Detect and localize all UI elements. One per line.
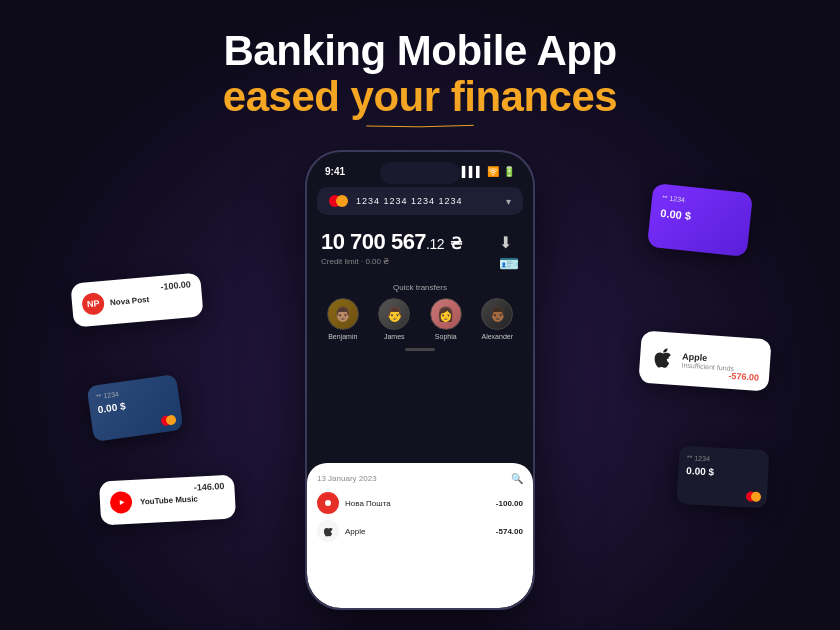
transactions-sheet: 13 January 2023 🔍 Нова Пошта -100.00 <box>307 463 533 608</box>
phone-screen: 9:41 ▌▌▌ 🛜 🔋 1234 1234 1234 1234 ▾ <box>307 152 533 608</box>
avatar-item-benjamin[interactable]: 👨🏽 Benjamin <box>327 298 359 340</box>
phone-notch <box>380 162 460 184</box>
avatar-item-sophia[interactable]: 👩 Sophia <box>430 298 462 340</box>
youtube-icon <box>110 491 133 514</box>
status-icons: ▌▌▌ 🛜 🔋 <box>462 166 515 177</box>
transaction-date-row: 13 January 2023 🔍 <box>317 473 523 484</box>
mastercard-logo <box>329 195 348 207</box>
signal-icon: ▌▌▌ <box>462 166 483 177</box>
youtube-music-card: YouTube Music -146.00 <box>99 474 236 525</box>
svg-point-1 <box>325 500 331 506</box>
header: Banking Mobile App eased your finances <box>0 28 840 120</box>
transaction-item-nova-poshta: Нова Пошта -100.00 <box>317 492 523 514</box>
avatar-item-james[interactable]: 👨 James <box>378 298 410 340</box>
card-selector[interactable]: 1234 1234 1234 1234 ▾ <box>317 187 523 215</box>
avatar-sophia: 👩 <box>430 298 462 330</box>
purple-card: ** 1234 0.00 $ <box>647 183 753 257</box>
apple-card: Apple Insufficient funds -576.00 <box>638 331 771 392</box>
avatar-benjamin: 👨🏽 <box>327 298 359 330</box>
scroll-indicator <box>405 348 435 351</box>
download-icon[interactable]: ⬇ <box>499 233 519 252</box>
avatar-item-alexander[interactable]: 👨🏾 Alexander <box>481 298 513 340</box>
nova-post-icon: NP <box>81 292 105 316</box>
balance-decimal: .12 <box>426 236 444 252</box>
search-icon[interactable]: 🔍 <box>511 473 523 484</box>
mastercard-icon <box>160 414 176 426</box>
balance-area: 10 700 567.12 ₴ Credit limit · 0.00 ₴ ⬇ … <box>307 221 533 277</box>
wifi-icon: 🛜 <box>487 166 499 177</box>
avatar-alexander: 👨🏾 <box>481 298 513 330</box>
balance-integer: 10 700 567 <box>321 229 426 254</box>
phone-body: 9:41 ▌▌▌ 🛜 🔋 1234 1234 1234 1234 ▾ <box>305 150 535 610</box>
underline-decoration-icon <box>250 124 590 128</box>
status-time: 9:41 <box>325 166 345 177</box>
svg-marker-0 <box>120 500 125 505</box>
mastercard-icon-2 <box>746 491 762 502</box>
bottom-right-card: ** 1234 0.00 $ <box>677 446 770 509</box>
credit-limit: Credit limit · 0.00 ₴ <box>321 257 461 266</box>
nova-poshta-icon <box>317 492 339 514</box>
avatar-list: 👨🏽 Benjamin 👨 James 👩 <box>317 298 523 340</box>
balance-currency: ₴ <box>450 235 462 252</box>
apple-trans-icon <box>317 520 339 542</box>
chevron-down-icon[interactable]: ▾ <box>506 196 511 207</box>
avatar-james: 👨 <box>378 298 410 330</box>
phone-mockup: 9:41 ▌▌▌ 🛜 🔋 1234 1234 1234 1234 ▾ <box>305 150 535 610</box>
transaction-item-apple: Apple -574.00 <box>317 520 523 542</box>
card-icon: 🪪 <box>499 254 519 273</box>
battery-icon: 🔋 <box>503 166 515 177</box>
apple-icon <box>649 345 675 371</box>
quick-transfers: Quick transfers 👨🏽 Benjamin 👨 James <box>307 277 533 344</box>
header-title: Banking Mobile App eased your finances <box>0 28 840 120</box>
